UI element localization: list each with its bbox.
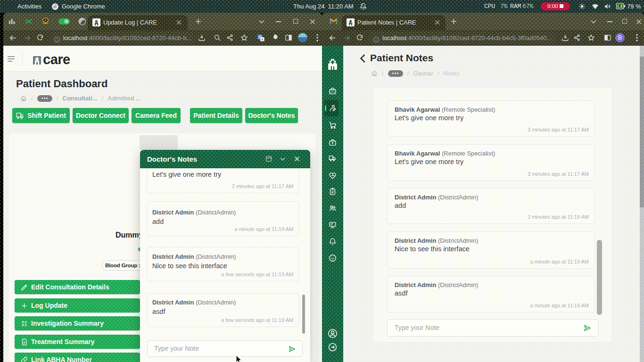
svg-text:A: A <box>261 38 264 41</box>
